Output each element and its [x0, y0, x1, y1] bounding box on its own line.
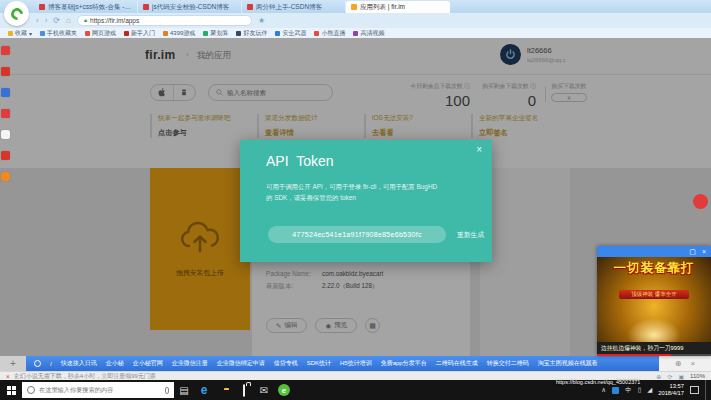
- bookmark-label: 手机收藏夹: [47, 29, 77, 38]
- floating-icon[interactable]: [1, 151, 10, 160]
- search-icon[interactable]: [34, 360, 41, 367]
- bookmark-icon: [8, 31, 13, 36]
- video-ad-body[interactable]: 一切装备靠打 顶级神装 爆率全开: [597, 257, 711, 342]
- regenerate-token-button[interactable]: 重新生成: [457, 230, 484, 240]
- clock-time: 13:57: [658, 383, 684, 390]
- network-icon[interactable]: ◢: [647, 386, 652, 394]
- bookmark-item[interactable]: 网页游戏: [85, 29, 116, 38]
- close-icon[interactable]: ×: [6, 373, 10, 380]
- start-button[interactable]: [0, 380, 22, 400]
- battery-icon[interactable]: ▯: [638, 386, 642, 394]
- floating-red-button[interactable]: [693, 194, 708, 209]
- screen: 博客基础js+css特效-合集 - 技术社区 js代码安全校验-CSDN博客 两…: [0, 0, 711, 400]
- floating-icon[interactable]: [1, 46, 10, 55]
- bookmark-item[interactable]: 安全武器: [275, 29, 306, 38]
- close-icon[interactable]: ×: [476, 144, 482, 155]
- shield-icon[interactable]: ▣: [678, 373, 684, 380]
- star-bookmark-icon[interactable]: ★: [258, 17, 265, 25]
- tab-active-firim[interactable]: 应用列表 | fir.im: [346, 1, 450, 13]
- url-box[interactable]: 🔒︎ https://fir.im/apps: [77, 15, 252, 26]
- close-icon[interactable]: ×: [702, 248, 706, 255]
- quick-link[interactable]: 企小秘官网: [133, 359, 163, 368]
- speed-mode-icon[interactable]: ⟳: [667, 373, 672, 380]
- task-view-button[interactable]: ▤: [174, 385, 194, 396]
- bookmark-item[interactable]: 聚划算: [203, 29, 228, 38]
- address-bar: ‹ › ⟳ ⌂ 🔒︎ https://fir.im/apps ★: [0, 13, 711, 28]
- bookmark-label: 好友玩伴: [243, 29, 267, 38]
- quick-link[interactable]: 借贷专线: [274, 359, 298, 368]
- video-ad[interactable]: ▢ × 一切装备靠打 顶级神装 爆率全开 边挂机边爆神装，秒刀一刀9999: [597, 246, 711, 356]
- settings-plus-icon[interactable]: ⊕: [675, 359, 682, 368]
- microsoft-store-icon[interactable]: [234, 385, 254, 396]
- action-center-icon[interactable]: [690, 386, 699, 394]
- bookmark-item[interactable]: 好友玩伴: [236, 29, 267, 38]
- floating-icon[interactable]: [1, 172, 10, 181]
- tab-favicon-icon: [39, 4, 45, 10]
- quick-link[interactable]: 二维码在线生成: [436, 359, 478, 368]
- tab-3[interactable]: 两分钟上手-CSDN博客: [242, 1, 346, 13]
- clock-date: 2018/4/17: [658, 390, 684, 397]
- edge-browser-icon[interactable]: e: [194, 383, 214, 397]
- bookmark-icon: [353, 31, 358, 36]
- modal-description: 可用于调用公开 API，可用于登录 fir-cli，可用于配置 BugHD 的 …: [266, 182, 476, 203]
- back-icon[interactable]: ‹: [36, 17, 39, 25]
- quick-link[interactable]: 企业微信注册: [172, 359, 208, 368]
- close-icon[interactable]: ×: [691, 359, 696, 368]
- quick-link[interactable]: 快速接入日讯: [61, 359, 97, 368]
- tab-strip: 博客基础js+css特效-合集 - 技术社区 js代码安全校验-CSDN博客 两…: [0, 0, 711, 13]
- floating-icon[interactable]: [1, 130, 10, 139]
- quick-links-bar: + / 快速接入日讯 企小秘 企小秘官网 企业微信注册 企业微信绑定申请 借贷专…: [0, 356, 711, 371]
- bookmark-item[interactable]: 高清视频: [353, 29, 384, 38]
- bookmark-item[interactable]: 收藏▾: [8, 29, 32, 38]
- cortana-search-box[interactable]: 在这里输入你要搜索的内容: [22, 382, 174, 398]
- floating-icon[interactable]: [1, 67, 10, 76]
- bookmark-label: 收藏: [15, 29, 27, 38]
- quick-link[interactable]: 免费app分发平台: [381, 359, 427, 368]
- quick-link[interactable]: 企业微信绑定申请: [217, 359, 265, 368]
- bookmark-item[interactable]: 4399游戏: [163, 29, 195, 38]
- bookmark-label: 安全武器: [282, 29, 306, 38]
- quick-link[interactable]: 淘宝主图视频在线观看: [538, 359, 598, 368]
- show-desktop-button[interactable]: [705, 380, 709, 400]
- quick-link[interactable]: SDK统计: [307, 359, 331, 368]
- browser-360-logo-icon[interactable]: [4, 1, 29, 26]
- tray-app-icon[interactable]: [612, 387, 619, 394]
- bookmark-item[interactable]: 小熊直播: [314, 29, 345, 38]
- ad-caption: 边挂机边爆神装，秒刀一刀9999: [597, 342, 711, 354]
- refresh-icon[interactable]: ⟳: [53, 17, 60, 25]
- fullscreen-icon[interactable]: ▢: [689, 248, 696, 256]
- bookmark-label: 网页游戏: [92, 29, 116, 38]
- quick-link[interactable]: 转换交付二维码: [487, 359, 529, 368]
- forward-icon[interactable]: ›: [45, 17, 48, 25]
- ad-progress-bar: [597, 354, 711, 356]
- bookmark-icon: [314, 31, 319, 36]
- bookmark-item[interactable]: 新手入门: [124, 29, 155, 38]
- tray-expand-icon[interactable]: ∧: [601, 386, 606, 394]
- zoom-level[interactable]: 110%: [690, 373, 705, 379]
- quick-link[interactable]: 企小秘: [106, 359, 124, 368]
- logo-swirl-icon: [8, 5, 25, 22]
- bookmark-item[interactable]: 手机收藏夹: [40, 29, 77, 38]
- download-icon[interactable]: ⊕: [656, 373, 661, 380]
- browser-360-taskbar-icon[interactable]: e: [274, 384, 294, 396]
- mail-icon[interactable]: ✉: [254, 385, 274, 396]
- status-tools: ⊕ ⟳ ▣ 110%: [656, 373, 705, 380]
- tab-2[interactable]: js代码安全校验-CSDN博客: [138, 1, 242, 13]
- slash-icon: /: [50, 361, 52, 367]
- lock-icon: 🔒︎: [84, 17, 87, 24]
- clock[interactable]: 13:57 2018/4/17: [658, 383, 684, 397]
- cortana-icon: [27, 386, 35, 394]
- bookmarks-bar: 收藏▾ 手机收藏夹 网页游戏 新手入门 4399游戏 聚划算 好友玩伴 安全武器…: [0, 28, 711, 38]
- floating-icon[interactable]: [1, 109, 10, 118]
- home-icon[interactable]: ⌂: [66, 17, 71, 25]
- ad-glow: [627, 318, 681, 342]
- tab-1[interactable]: 博客基础js+css特效-合集 - 技术社区: [34, 1, 138, 13]
- floating-icon[interactable]: [1, 88, 10, 97]
- new-tab-plus-icon[interactable]: +: [0, 356, 26, 371]
- ime-indicator[interactable]: 中: [625, 386, 632, 395]
- ad-headline: 一切装备靠打: [597, 260, 711, 277]
- ad-banner: 顶级神装 爆率全开: [619, 290, 689, 299]
- api-token-value[interactable]: 477524ec541e1a91f7908e85e6b530fc: [268, 226, 446, 243]
- quick-link[interactable]: H5统计培训: [340, 359, 372, 368]
- tab-favicon-icon: [143, 4, 149, 10]
